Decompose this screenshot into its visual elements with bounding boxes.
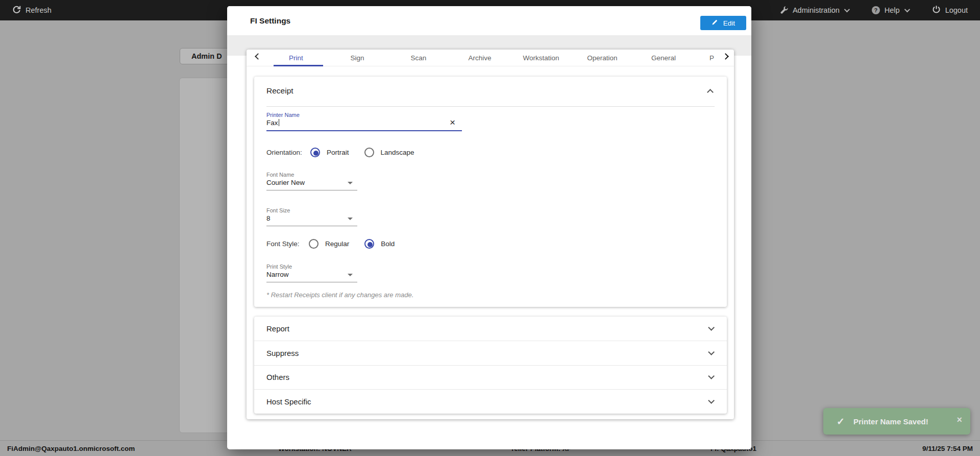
active-tab-indicator — [274, 65, 323, 66]
tab-sign[interactable]: Sign — [327, 50, 388, 66]
radio-bold-label: Bold — [381, 240, 395, 248]
font-size-label: Font Size — [266, 207, 290, 213]
check-icon: ✓ — [837, 416, 845, 427]
font-size-underline — [266, 226, 357, 226]
chevron-down-icon — [708, 373, 715, 379]
restart-note: * Restart Receipts client if any changes… — [266, 291, 413, 299]
radio-regular-label: Regular — [325, 240, 349, 248]
section-others-label: Others — [266, 373, 289, 381]
tab-archive[interactable]: Archive — [449, 50, 510, 66]
edit-button-label: Edit — [723, 19, 735, 27]
dropdown-arrow-icon[interactable] — [348, 274, 353, 276]
refresh-label: Refresh — [26, 6, 52, 14]
radio-portrait[interactable] — [310, 148, 320, 157]
refresh-button[interactable]: Refresh — [12, 5, 52, 15]
pencil-icon — [712, 19, 718, 27]
print-style-underline — [266, 282, 357, 282]
dropdown-arrow-icon[interactable] — [348, 218, 353, 220]
help-icon: ? — [872, 6, 880, 14]
font-name-underline — [266, 190, 357, 190]
radio-portrait-label: Portrait — [327, 149, 349, 156]
refresh-icon — [12, 5, 21, 15]
administration-menu[interactable]: Administration — [780, 6, 848, 15]
printer-name-underline — [266, 130, 462, 131]
logout-button[interactable]: Logout — [932, 5, 968, 15]
printer-name-label: Printer Name — [266, 112, 300, 118]
tabs-scroll-left-icon[interactable] — [255, 53, 261, 60]
print-style-label: Print Style — [266, 263, 292, 270]
wrench-icon — [780, 6, 788, 15]
section-suppress-label: Suppress — [266, 349, 299, 357]
tab-clipped[interactable]: P — [694, 50, 721, 66]
settings-card: Print Sign Scan Archive Workstation Oper… — [247, 50, 734, 419]
receipt-section-title: Receipt — [266, 86, 293, 95]
tab-general[interactable]: General — [633, 50, 694, 66]
font-size-select[interactable]: 8 — [266, 214, 271, 222]
radio-regular[interactable] — [309, 239, 318, 249]
dropdown-arrow-icon[interactable] — [348, 182, 353, 184]
tab-print[interactable]: Print — [265, 50, 327, 66]
section-others[interactable]: Others — [254, 366, 727, 390]
printer-name-input[interactable]: Fax — [266, 119, 279, 127]
tab-bar: Print Sign Scan Archive Workstation Oper… — [247, 50, 734, 66]
tab-operation[interactable]: Operation — [572, 50, 633, 66]
toast-message: Printer Name Saved! — [853, 417, 928, 426]
statusbar-datetime: 9/11/25 7:54 PM — [922, 445, 973, 452]
help-label: Help — [885, 6, 900, 14]
tabs-scroll-right-icon[interactable] — [722, 53, 729, 60]
chevron-down-icon — [904, 7, 910, 12]
fi-settings-dialog: FI Settings Edit Print Sign Scan Archive… — [227, 6, 751, 449]
success-toast: ✓ Printer Name Saved! × — [823, 408, 970, 435]
section-host-specific[interactable]: Host Specific — [254, 390, 727, 414]
chevron-up-icon[interactable] — [707, 89, 714, 95]
tab-workstation[interactable]: Workstation — [510, 50, 572, 66]
section-report[interactable]: Report — [254, 317, 727, 341]
logout-label: Logout — [945, 6, 968, 14]
chevron-down-icon — [708, 349, 715, 355]
orientation-field: Orientation: Portrait Landscape — [266, 148, 414, 157]
statusbar-user: FiAdmin@Qaxpauto1.onmicrosoft.com — [7, 445, 135, 452]
chevron-down-icon — [708, 324, 715, 331]
section-suppress[interactable]: Suppress — [254, 341, 727, 366]
text-caret — [279, 119, 280, 126]
power-icon — [932, 5, 941, 15]
close-icon[interactable]: × — [957, 415, 962, 425]
font-style-field: Font Style: Regular Bold — [266, 239, 395, 249]
tab-scan[interactable]: Scan — [388, 50, 449, 66]
chevron-down-icon — [708, 397, 715, 404]
dialog-title: FI Settings — [250, 16, 290, 26]
font-style-label: Font Style: — [266, 240, 309, 248]
help-menu[interactable]: ? Help — [872, 6, 909, 14]
divider — [266, 106, 715, 107]
accordion-group: Report Suppress Others Host Specific — [254, 317, 727, 414]
radio-landscape[interactable] — [364, 148, 374, 157]
chevron-down-icon — [844, 7, 850, 12]
section-report-label: Report — [266, 324, 289, 333]
font-name-select[interactable]: Courier New — [266, 179, 305, 186]
tab-list: Print Sign Scan Archive Workstation Oper… — [265, 50, 721, 66]
radio-bold[interactable] — [364, 239, 374, 249]
receipt-section: Receipt Printer Name Fax × Orientation: … — [254, 77, 727, 307]
radio-landscape-label: Landscape — [381, 149, 414, 156]
edit-button[interactable]: Edit — [700, 16, 746, 30]
dialog-header: FI Settings Edit — [227, 6, 751, 35]
administration-label: Administration — [793, 6, 840, 14]
clear-icon[interactable]: × — [450, 117, 455, 127]
orientation-label: Orientation: — [266, 149, 310, 156]
section-host-specific-label: Host Specific — [266, 397, 311, 406]
print-style-select[interactable]: Narrow — [266, 271, 289, 278]
font-name-label: Font Name — [266, 172, 294, 178]
